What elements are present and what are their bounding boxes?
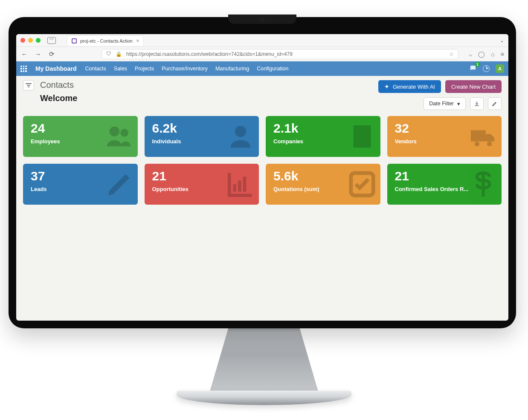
account-icon[interactable]: ◯	[478, 51, 485, 58]
monitor-frame: proj-etc - Contacts Action × ⌄ ← → ⟳ ⛉ 🔒…	[9, 17, 516, 328]
apps-grid-icon[interactable]	[20, 66, 27, 72]
stat-card-quotations-sum[interactable]: 5.6kQuotations (sum)	[266, 164, 380, 205]
dashboard-cards-grid: 24Employees6.2kIndividuals2.1kCompanies3…	[16, 113, 508, 208]
date-filter-dropdown[interactable]: Date Filter ▾	[424, 97, 466, 110]
lock-icon: 🔒	[116, 51, 122, 57]
tab-title: proj-etc - Contacts Action	[80, 38, 133, 43]
pencil-icon	[104, 169, 134, 199]
create-new-chart-button[interactable]: Create New Chart	[445, 80, 502, 93]
browser-tab-bar: proj-etc - Contacts Action × ⌄	[16, 34, 508, 47]
browser-toolbar: ← → ⟳ ⛉ 🔒 https://projectai.rsasolutions…	[16, 47, 508, 61]
monitor-stand-neck	[209, 327, 319, 396]
extensions-icon[interactable]: ⌂	[491, 51, 494, 58]
filter-toggle-button[interactable]	[23, 80, 34, 90]
welcome-heading: Welcome	[40, 93, 77, 103]
generate-button-label: Generate With AI	[393, 84, 435, 90]
svg-rect-12	[364, 139, 367, 142]
stat-card-confirmed-sales-orders-r[interactable]: 21Confirmed Sales Orders R...	[387, 164, 502, 205]
monitor-camera	[228, 14, 296, 24]
generate-with-ai-button[interactable]: ✦ Generate With AI	[378, 80, 441, 93]
tab-close-icon[interactable]: ×	[136, 38, 139, 43]
stat-card-companies[interactable]: 2.1kCompanies	[266, 116, 380, 157]
svg-rect-7	[357, 129, 360, 132]
nav-link-projects[interactable]: Projects	[135, 66, 154, 72]
tab-favicon-icon	[72, 38, 77, 43]
dollar-icon	[468, 169, 498, 199]
svg-rect-6	[353, 125, 371, 148]
url-text: https://projectai.rsasolutions.com/web#a…	[126, 51, 445, 57]
nav-forward-button[interactable]: →	[34, 50, 42, 58]
svg-point-3	[109, 127, 119, 136]
messages-badge: 1	[475, 62, 480, 67]
nav-link-manufacturing[interactable]: Manufacturing	[215, 66, 249, 72]
nav-link-configuration[interactable]: Configuration	[257, 66, 288, 72]
svg-point-4	[120, 129, 128, 137]
building-icon	[347, 122, 377, 151]
activity-clock-icon[interactable]	[483, 65, 490, 72]
svg-rect-13	[471, 130, 486, 141]
svg-rect-2	[28, 87, 29, 87]
svg-point-5	[235, 126, 246, 137]
maximize-window-button[interactable]	[36, 38, 41, 43]
nav-reload-button[interactable]: ⟳	[48, 50, 55, 58]
magic-wand-icon: ✦	[384, 83, 389, 90]
svg-point-15	[487, 142, 492, 147]
nav-link-purchase-inventory[interactable]: Purchase/Inventory	[162, 66, 208, 72]
tracking-shield-icon[interactable]: ⛉	[106, 51, 111, 57]
monitor-stand-base	[177, 391, 351, 405]
app-top-nav: My Dashboard ContactsSalesProjectsPurcha…	[16, 61, 508, 76]
pencil-icon	[492, 101, 498, 107]
bookmark-star-icon[interactable]: ☆	[449, 51, 454, 57]
menu-icon[interactable]: ≡	[501, 51, 504, 58]
svg-rect-11	[357, 139, 360, 142]
close-window-button[interactable]	[20, 38, 25, 43]
stat-card-opportunities[interactable]: 21Opportunities	[145, 164, 259, 205]
sidebar-toggle-icon[interactable]	[47, 37, 56, 44]
svg-rect-8	[364, 129, 367, 132]
svg-rect-1	[27, 85, 30, 86]
pocket-icon[interactable]: ⌵	[469, 51, 472, 58]
page-title: Contacts	[40, 80, 77, 90]
download-button[interactable]	[470, 97, 484, 110]
check-icon	[347, 169, 377, 199]
stat-card-leads[interactable]: 37Leads	[23, 164, 138, 205]
caret-down-icon: ▾	[457, 101, 460, 107]
barchart-icon	[226, 169, 255, 199]
download-icon	[474, 101, 480, 107]
messages-icon[interactable]: 1	[469, 64, 477, 73]
svg-rect-18	[243, 177, 246, 192]
truck-icon	[468, 122, 498, 151]
nav-link-sales[interactable]: Sales	[114, 66, 127, 72]
user-avatar[interactable]: A	[496, 64, 504, 73]
date-filter-label: Date Filter	[429, 101, 454, 107]
create-chart-label: Create New Chart	[451, 84, 496, 90]
svg-rect-0	[26, 83, 32, 84]
svg-rect-9	[357, 134, 360, 137]
svg-rect-16	[233, 184, 236, 192]
minimize-window-button[interactable]	[28, 38, 33, 43]
svg-rect-10	[364, 134, 367, 137]
brand-title[interactable]: My Dashboard	[35, 65, 76, 72]
svg-point-14	[475, 142, 480, 147]
tabs-dropdown-icon[interactable]: ⌄	[500, 38, 504, 43]
stat-card-individuals[interactable]: 6.2kIndividuals	[145, 116, 259, 157]
person-icon	[226, 122, 255, 151]
filter-icon	[26, 83, 32, 88]
stat-card-employees[interactable]: 24Employees	[23, 116, 138, 157]
stat-card-vendors[interactable]: 32Vendors	[387, 116, 502, 157]
nav-back-button[interactable]: ←	[20, 50, 28, 58]
svg-rect-17	[238, 180, 241, 191]
page-header: Contacts Welcome ✦ Generate With AI Crea…	[16, 76, 508, 113]
browser-tab[interactable]: proj-etc - Contacts Action ×	[67, 35, 144, 46]
screen: proj-etc - Contacts Action × ⌄ ← → ⟳ ⛉ 🔒…	[16, 34, 508, 321]
url-bar[interactable]: ⛉ 🔒 https://projectai.rsasolutions.com/w…	[102, 49, 458, 59]
edit-button[interactable]	[488, 97, 502, 110]
window-controls	[20, 38, 41, 43]
users-icon	[104, 122, 134, 151]
nav-link-contacts[interactable]: Contacts	[85, 66, 106, 72]
